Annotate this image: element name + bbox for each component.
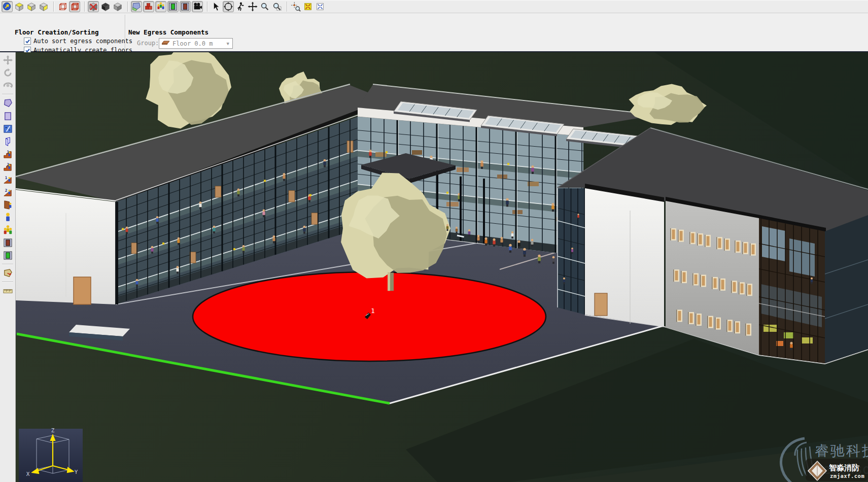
view-front-tool[interactable] <box>26 1 37 12</box>
orbit-view-tool[interactable] <box>2 80 14 91</box>
show-occupants-toggle[interactable] <box>155 1 166 12</box>
axis-z-label: Z <box>51 427 55 434</box>
pan-view-tool[interactable] <box>2 54 14 65</box>
select-tool[interactable] <box>211 1 222 12</box>
rotate-view-tool[interactable] <box>2 67 14 78</box>
sidebar-separator <box>2 94 13 95</box>
interior-door-tool[interactable] <box>2 250 14 261</box>
group-dropdown[interactable]: Floor 0.0 m ▼ <box>159 38 233 49</box>
floor-panel-title: Floor Creation/Sorting <box>15 28 99 36</box>
reset-view-tool[interactable] <box>315 1 326 12</box>
axis-y-label: Y <box>75 469 78 475</box>
show-cameras-toggle[interactable] <box>192 1 203 12</box>
view-side-tool[interactable] <box>38 1 49 12</box>
extrude-tool[interactable] <box>2 135 14 147</box>
sidebar-separator <box>2 264 13 265</box>
exterior-door <box>595 293 607 316</box>
svg-text:2: 2 <box>7 162 9 166</box>
occupant-group-tool[interactable] <box>2 224 14 235</box>
zone-marker-label: 1 <box>371 307 375 315</box>
sidebar-separator <box>2 282 13 283</box>
toolbar-separator <box>51 2 56 12</box>
badge-url: zmjaxf.com <box>830 473 864 479</box>
show-exits-toggle[interactable] <box>167 1 179 12</box>
glass-facade-side <box>825 215 868 363</box>
show-doors-toggle[interactable] <box>180 1 191 12</box>
toolbar-separator <box>285 2 289 12</box>
ribbon-panel: Floor Creation/Sorting Auto sort egress … <box>0 13 868 52</box>
walk-tool[interactable] <box>235 1 246 12</box>
svg-text:1: 1 <box>5 175 7 180</box>
zoom-tool[interactable] <box>259 1 270 12</box>
chevron-down-icon: ▼ <box>227 41 229 46</box>
zoom-box-tool[interactable] <box>271 1 283 12</box>
auto-sort-label: Auto sort egress components <box>33 38 132 45</box>
select-object-tool[interactable] <box>2 1 13 12</box>
floor-slab-icon <box>162 40 170 47</box>
tool-sidebar: 1212 <box>0 52 16 482</box>
viewport-3d[interactable]: 1 Z X Y 睿驰科技 Reachsoft <box>16 52 868 482</box>
exterior-door <box>74 277 91 304</box>
toolbar-separator <box>205 2 210 12</box>
view-top-tool[interactable] <box>14 1 25 12</box>
polygon-room-tool[interactable] <box>2 97 14 109</box>
main-toolbar <box>0 0 868 13</box>
group-value: Floor 0.0 m <box>172 40 213 47</box>
toolbar-separator <box>82 2 87 12</box>
occupant-zone-red[interactable] <box>193 272 546 361</box>
zoom-point-tool[interactable] <box>290 1 301 12</box>
ramp-two-point-tool[interactable]: 2 <box>2 186 14 197</box>
rectangle-room-tool[interactable] <box>2 110 14 121</box>
add-occupant-tool[interactable] <box>2 212 14 223</box>
badge-title: 智淼消防 <box>828 463 859 472</box>
svg-text:2: 2 <box>5 188 7 192</box>
toolbar-separator <box>125 2 130 12</box>
ribbon-separator <box>125 15 126 50</box>
orbit-tool[interactable] <box>223 1 234 12</box>
show-terrain-toggle[interactable] <box>131 1 142 12</box>
occupant-door-tool[interactable] <box>2 199 14 210</box>
group-label: Group: <box>137 40 159 47</box>
checkbox-check-icon <box>24 38 31 45</box>
watermark-title: 睿驰科技 <box>815 442 868 459</box>
show-obstructions-toggle[interactable] <box>143 1 154 12</box>
wireframe-mode-tool[interactable] <box>57 1 68 12</box>
measure-region-tool[interactable] <box>2 267 14 279</box>
stairs-one-point-tool[interactable]: 1 <box>2 148 14 159</box>
solid-mode-tool[interactable] <box>100 1 111 12</box>
thin-wall-tool[interactable] <box>2 123 14 134</box>
ramp-one-point-tool[interactable]: 1 <box>2 174 14 185</box>
ruler-tool[interactable] <box>2 285 14 296</box>
axis-x-label: X <box>26 471 30 477</box>
auto-sort-checkbox[interactable]: Auto sort egress components <box>24 38 132 45</box>
outline-mode-tool[interactable] <box>69 1 80 12</box>
zoom-fit-tool[interactable] <box>302 1 314 12</box>
shaded-mode-tool[interactable] <box>112 1 123 12</box>
hide-selection-tool[interactable] <box>88 1 99 12</box>
exit-door-tool[interactable] <box>2 237 14 248</box>
egress-panel-title: New Egress Components <box>128 28 209 36</box>
company-badge: 智淼消防 zmjaxf.com <box>806 459 868 481</box>
pan-tool[interactable] <box>247 1 258 12</box>
axis-gizmo: Z X Y <box>19 427 83 482</box>
svg-text:1: 1 <box>7 149 9 154</box>
stairs-two-point-tool[interactable]: 2 <box>2 161 14 172</box>
